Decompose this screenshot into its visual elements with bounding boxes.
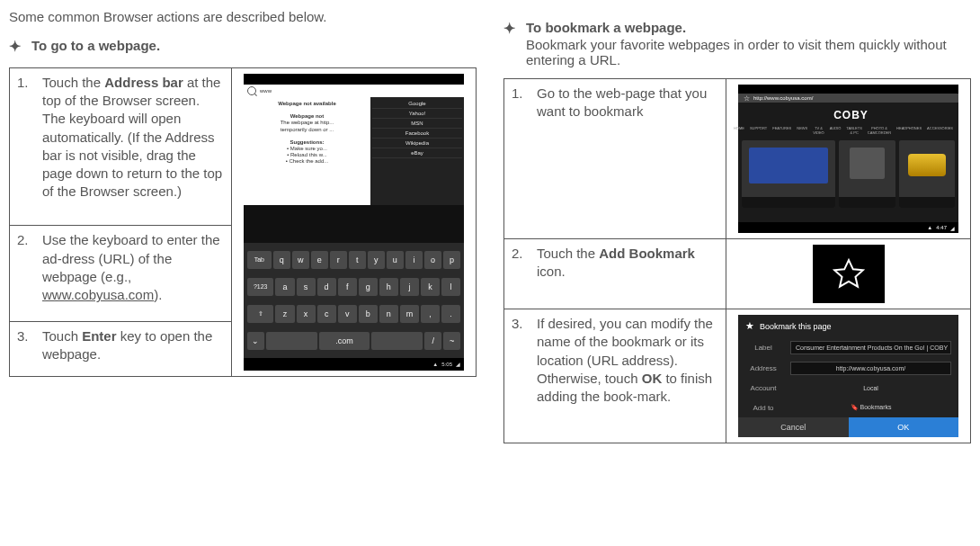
compass-icon: ✦: [9, 38, 21, 57]
section-b-table: 1. Go to the web-page that you want to b…: [503, 78, 971, 443]
keyboard-key[interactable]: d: [317, 278, 336, 296]
step-b2-cell: 2. Touch the Add Bookmark icon.: [504, 239, 726, 309]
keyboard-key[interactable]: e: [311, 251, 328, 269]
list-item: 2. Touch the Add Bookmark icon.: [512, 245, 718, 282]
suggestion-item[interactable]: Wikipedia: [372, 139, 462, 148]
keyboard-key[interactable]: u: [387, 251, 404, 269]
keyboard-key[interactable]: l: [441, 278, 460, 296]
step-b3-cell: 3. If desired, you can modify the name o…: [504, 309, 726, 443]
keyboard-key[interactable]: q: [273, 251, 290, 269]
keyboard-key[interactable]: ?123: [247, 278, 273, 296]
keyboard-key[interactable]: /: [424, 332, 441, 350]
suggestion-item[interactable]: Google: [372, 99, 462, 109]
section-a-title: To go to a webpage.: [31, 38, 477, 53]
list-item: 3. Touch Enter key to open the webpage.: [17, 327, 224, 364]
tablet-browser-screenshot: www Webpage not available Webpage not Th…: [244, 74, 464, 371]
search-icon: [247, 86, 256, 95]
nav-item: HEADPHONES: [895, 126, 923, 135]
add-bookmark-icon: [813, 245, 885, 303]
dialog-screenshot-cell: ★ Bookmark this page Label Consumer Ente…: [726, 309, 971, 443]
keyboard-key[interactable]: k: [421, 278, 440, 296]
screenshot-1-cell: www Webpage not available Webpage not Th…: [232, 67, 477, 376]
nav-item: AUDIO: [828, 126, 843, 135]
keyboard-key[interactable]: .com: [319, 332, 370, 350]
section-b-heading: ✦ To bookmark a webpage. Bookmark your f…: [503, 20, 971, 67]
bookmark-icon: 🔖: [851, 404, 859, 410]
left-column: Some common Browser actions are describe…: [9, 9, 477, 443]
step-2-cell: 2. Use the keyboard to enter the ad-dres…: [10, 226, 232, 322]
suggestion-item[interactable]: Facebook: [372, 129, 462, 139]
cancel-button[interactable]: Cancel: [738, 417, 849, 437]
address-bar-text: www: [260, 88, 272, 94]
keyboard-key[interactable]: ~: [443, 332, 460, 350]
android-navbar: ▲4:47◢: [738, 222, 958, 233]
android-navbar: ▲5:05◢: [244, 358, 464, 371]
list-item: 1. Touch the Address bar at the top of t…: [17, 74, 224, 201]
keyboard-key[interactable]: y: [368, 251, 385, 269]
suggestion-item[interactable]: Yahoo!: [372, 109, 462, 119]
suggestion-dropdown: GoogleYahoo!MSNFacebookWikipediaeBay: [370, 97, 464, 205]
nav-item: FEATURES: [771, 126, 793, 135]
nav-item: PHOTO & CAMCORDER: [866, 126, 893, 135]
address-field[interactable]: http://www.cobyusa.com/: [790, 362, 951, 375]
nav-item: SUPPORT: [748, 126, 769, 135]
tablet-website-screenshot: ☆ http://www.cobyusa.com/ COBY HOMESUPPO…: [738, 85, 958, 233]
step-b1-cell: 1. Go to the web-page that you want to b…: [504, 79, 726, 239]
keyboard-key[interactable]: g: [359, 278, 378, 296]
keyboard-key[interactable]: x: [297, 305, 316, 323]
nav-item: NEWS: [795, 126, 809, 135]
nav-item: HOME: [732, 126, 746, 135]
keyboard-key[interactable]: n: [379, 305, 398, 323]
compass-icon: ✦: [503, 20, 515, 39]
keyboard-key[interactable]: t: [349, 251, 366, 269]
keyboard-key[interactable]: m: [400, 305, 419, 323]
nav-item: TABLETS & PC: [844, 126, 864, 135]
keyboard-key[interactable]: s: [297, 278, 316, 296]
addto-field[interactable]: 🔖 Bookmarks: [790, 401, 951, 414]
keyboard-key[interactable]: r: [330, 251, 347, 269]
list-item: 3. If desired, you can modify the name o…: [512, 315, 718, 406]
nav-item: ACCESSORIES: [925, 126, 955, 135]
label-field[interactable]: Consumer Entertainment Products On the G…: [790, 341, 951, 354]
step-1-cell: 1. Touch the Address bar at the top of t…: [10, 67, 232, 226]
suggestion-item[interactable]: MSN: [372, 119, 462, 129]
ok-button[interactable]: OK: [849, 417, 959, 437]
keyboard-key[interactable]: v: [338, 305, 357, 323]
keyboard-key[interactable]: ,: [421, 305, 440, 323]
account-field: Local: [790, 382, 951, 394]
keyboard-key[interactable]: p: [443, 251, 460, 269]
star-icon: ★: [745, 320, 754, 332]
site-nav: HOMESUPPORTFEATURESNEWSTV & VIDEOAUDIOTA…: [742, 124, 955, 137]
star-icon-cell: [726, 239, 971, 309]
right-column: ✦ To bookmark a webpage. Bookmark your f…: [503, 9, 971, 443]
keyboard-key[interactable]: j: [400, 278, 419, 296]
star-icon: ☆: [744, 94, 750, 103]
suggestion-item[interactable]: eBay: [372, 148, 462, 158]
section-a-heading: ✦ To go to a webpage.: [9, 38, 477, 57]
section-b-title: To bookmark a webpage. Bookmark your fav…: [526, 20, 971, 67]
keyboard-key[interactable]: [371, 332, 423, 350]
bookmark-dialog: ★ Bookmark this page Label Consumer Ente…: [738, 315, 958, 437]
keyboard-key[interactable]: [266, 332, 317, 350]
keyboard-key[interactable]: f: [338, 278, 357, 296]
keyboard-key[interactable]: o: [424, 251, 441, 269]
on-screen-keyboard: Tabqwertyuiop?123asdfghjkl⇧zxcvbnm,.⌄.co…: [244, 243, 464, 358]
list-item: 1. Go to the web-page that you want to b…: [512, 85, 718, 121]
keyboard-key[interactable]: .: [441, 305, 460, 323]
keyboard-key[interactable]: z: [275, 305, 294, 323]
section-a-table: 1. Touch the Address bar at the top of t…: [9, 67, 477, 377]
keyboard-key[interactable]: ⌄: [247, 332, 264, 350]
brand-logo: COBY: [742, 104, 955, 124]
keyboard-key[interactable]: b: [359, 305, 378, 323]
keyboard-key[interactable]: i: [405, 251, 423, 269]
keyboard-key[interactable]: c: [317, 305, 336, 323]
step-3-cell: 3. Touch Enter key to open the webpage.: [10, 322, 232, 377]
keyboard-key[interactable]: a: [275, 278, 294, 296]
screenshot-2-cell: ☆ http://www.cobyusa.com/ COBY HOMESUPPO…: [726, 79, 971, 239]
nav-item: TV & VIDEO: [811, 126, 825, 135]
keyboard-key[interactable]: ⇧: [247, 305, 273, 323]
keyboard-key[interactable]: h: [379, 278, 398, 296]
intro-text: Some common Browser actions are describe…: [9, 9, 477, 24]
keyboard-key[interactable]: w: [292, 251, 309, 269]
keyboard-key[interactable]: Tab: [247, 251, 272, 269]
